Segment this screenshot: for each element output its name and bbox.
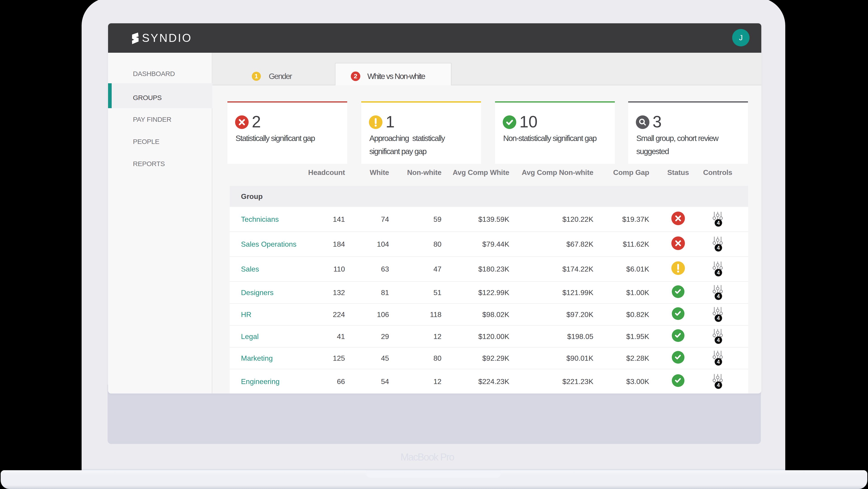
svg-text:4: 4	[717, 220, 720, 226]
svg-text:4: 4	[717, 315, 720, 321]
svg-text:4: 4	[717, 270, 720, 276]
svg-text:4: 4	[717, 382, 720, 388]
svg-text:4: 4	[717, 337, 720, 343]
svg-text:4: 4	[717, 359, 720, 365]
svg-text:4: 4	[717, 245, 720, 251]
svg-text:4: 4	[717, 293, 720, 299]
